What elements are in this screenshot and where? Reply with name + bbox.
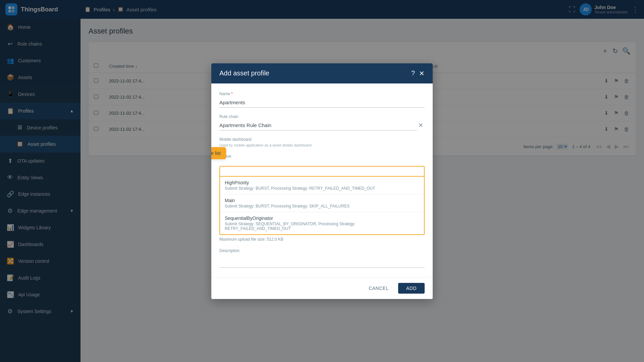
queue-option-desc: Submit Strategy: BURST, Processing Strat… bbox=[225, 186, 419, 191]
rule-chain-group: Rule chain ✕ bbox=[219, 114, 425, 130]
rule-chain-row: ✕ bbox=[219, 120, 425, 130]
description-group: Description bbox=[219, 248, 425, 269]
queue-option-desc: Submit Strategy: BURST, Processing Strat… bbox=[225, 204, 419, 208]
modal-title: Add asset profile bbox=[219, 69, 269, 77]
queue-dropdown: HighPriority Submit Strategy: BURST, Pro… bbox=[219, 177, 425, 235]
queue-option-name: Main bbox=[225, 198, 419, 203]
mobile-dashboard-group: Mobile dashboard Used by mobile applicat… bbox=[219, 137, 425, 147]
queue-option-desc: Submit Strategy: SEQUENTIAL_BY_ORIGINATO… bbox=[225, 222, 419, 231]
mobile-dashboard-hint: Used by mobile application as a asset de… bbox=[219, 143, 425, 147]
file-size-hint: Maximum upload file size: 512.0 KB bbox=[219, 237, 425, 242]
queue-input[interactable] bbox=[223, 169, 421, 174]
queue-label: Queue bbox=[219, 154, 425, 159]
mobile-dashboard-label: Mobile dashboard bbox=[219, 137, 425, 142]
modal-overlay: Add asset profile ? ✕ Name * Rule chain bbox=[0, 0, 644, 362]
modal-footer: Cancel Add bbox=[211, 277, 433, 299]
description-label: Description bbox=[219, 248, 425, 253]
description-textarea[interactable] bbox=[219, 254, 425, 268]
modal-body: Name * Rule chain ✕ Mobile dashboard Use… bbox=[211, 83, 433, 277]
queue-option-main[interactable]: Main Submit Strategy: BURST, Processing … bbox=[220, 194, 424, 212]
rule-chain-clear-button[interactable]: ✕ bbox=[417, 122, 425, 129]
rule-chain-label: Rule chain bbox=[219, 114, 425, 119]
modal-header-actions: ? ✕ bbox=[411, 69, 425, 77]
queue-section: Queue Select an existing queue from the … bbox=[219, 154, 425, 242]
rule-chain-input[interactable] bbox=[219, 120, 417, 130]
name-input[interactable] bbox=[219, 98, 425, 108]
queue-option-highpriority[interactable]: HighPriority Submit Strategy: BURST, Pro… bbox=[220, 177, 424, 194]
name-label: Name * bbox=[219, 92, 425, 96]
queue-option-name: SequentialByOriginator bbox=[225, 216, 419, 221]
cancel-button[interactable]: Cancel bbox=[363, 283, 394, 294]
modal-close-button[interactable]: ✕ bbox=[419, 69, 425, 77]
add-button[interactable]: Add bbox=[398, 283, 425, 294]
queue-option-sequential[interactable]: SequentialByOriginator Submit Strategy: … bbox=[220, 212, 424, 234]
add-asset-profile-modal: Add asset profile ? ✕ Name * Rule chain bbox=[211, 63, 433, 299]
tooltip-bubble: Select an existing queue from the list bbox=[211, 147, 226, 159]
name-group: Name * bbox=[219, 92, 425, 108]
modal-header: Add asset profile ? ✕ bbox=[211, 63, 433, 83]
queue-input-row bbox=[219, 166, 425, 177]
modal-help-button[interactable]: ? bbox=[411, 69, 415, 77]
queue-option-name: HighPriority bbox=[225, 180, 419, 185]
